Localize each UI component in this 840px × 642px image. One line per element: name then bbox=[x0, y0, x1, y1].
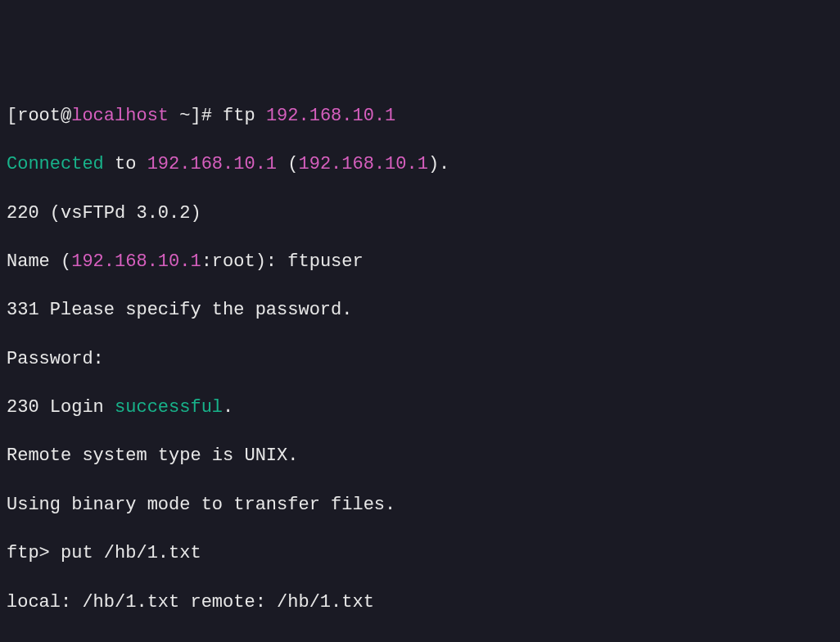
paren-open: ( bbox=[277, 154, 298, 174]
local-remote-paths: local: /hb/1.txt remote: /hb/1.txt bbox=[7, 590, 833, 615]
server-banner: 220 (vsFTPd 3.0.2) bbox=[7, 201, 833, 226]
login-successful-line: 230 Login successful. bbox=[7, 396, 833, 420]
name-ip: 192.168.10.1 bbox=[71, 251, 201, 272]
login-successful: successful bbox=[115, 397, 223, 418]
system-type: Remote system type is UNIX. bbox=[7, 444, 833, 468]
name-prompt-line[interactable]: Name (192.168.10.1:root): ftpuser bbox=[7, 250, 833, 274]
connected-ip-1: 192.168.10.1 bbox=[147, 154, 277, 174]
connected-to: to bbox=[104, 154, 147, 174]
prompt-at: @ bbox=[61, 106, 71, 126]
connected-line: Connected to 192.168.10.1 (192.168.10.1)… bbox=[7, 152, 833, 177]
name-rest: :root): ftpuser bbox=[201, 251, 364, 272]
passive-mode-1: 227 Entering Passive Mode (192,168,10,1,… bbox=[7, 639, 833, 642]
ftp-put-command[interactable]: ftp> put /hb/1.txt bbox=[7, 541, 833, 566]
prompt-line[interactable]: [root@localhost ~]# ftp 192.168.10.1 bbox=[7, 104, 833, 129]
paren-close: ). bbox=[428, 154, 449, 174]
password-prompt[interactable]: Password: bbox=[7, 347, 833, 372]
prompt-path: ~ bbox=[169, 106, 190, 126]
connected-ip-2: 192.168.10.1 bbox=[298, 154, 427, 174]
binary-mode: Using binary mode to transfer files. bbox=[7, 493, 833, 518]
login-code: 230 Login bbox=[7, 397, 115, 418]
connected-word: Connected bbox=[7, 154, 104, 174]
specify-password: 331 Please specify the password. bbox=[7, 298, 833, 323]
prompt-user: root bbox=[17, 106, 61, 126]
name-open: Name ( bbox=[7, 251, 71, 272]
command-ip: 192.168.10.1 bbox=[266, 106, 395, 126]
bracket-open: [ bbox=[7, 106, 17, 126]
bracket-close-hash: ]# bbox=[190, 106, 223, 126]
prompt-host: localhost bbox=[71, 106, 169, 126]
login-dot: . bbox=[223, 397, 233, 418]
command-ftp: ftp bbox=[223, 106, 266, 126]
